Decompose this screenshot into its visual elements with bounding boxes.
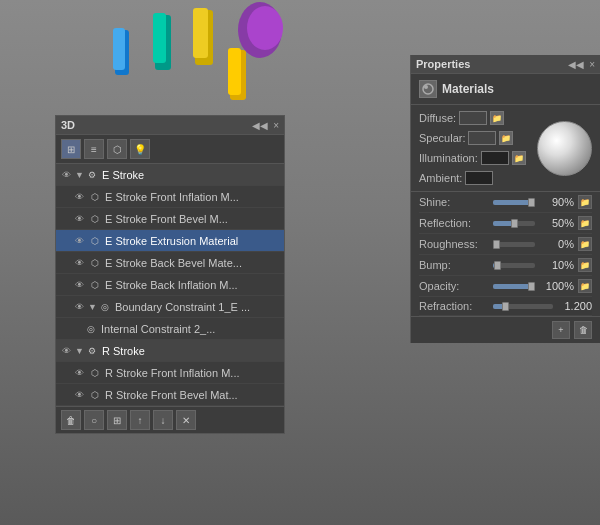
illumination-swatch[interactable] xyxy=(481,151,509,165)
toolbar-grid-icon[interactable]: ⊞ xyxy=(61,139,81,159)
panel-3d-close-btn[interactable]: × xyxy=(273,120,279,131)
layer-item[interactable]: 👁 ⬡ E Stroke Back Inflation M... xyxy=(56,274,284,296)
toolbar-light-icon[interactable]: 💡 xyxy=(130,139,150,159)
properties-add-icon[interactable]: + xyxy=(552,321,570,339)
eye-icon[interactable]: 👁 xyxy=(72,278,86,292)
properties-delete-icon[interactable]: 🗑 xyxy=(574,321,592,339)
eye-icon[interactable]: 👁 xyxy=(72,300,86,314)
materials-icon xyxy=(419,80,437,98)
reflection-folder-btn[interactable]: 📁 xyxy=(578,216,592,230)
bump-slider[interactable] xyxy=(493,263,535,268)
specular-label: Specular: xyxy=(419,132,465,144)
material-type-icon: ⬡ xyxy=(88,388,102,402)
eye-icon[interactable]: 👁 xyxy=(72,256,86,270)
eye-icon[interactable]: 👁 xyxy=(59,344,73,358)
ambient-swatch[interactable] xyxy=(465,171,493,185)
reflection-row: Reflection: 50% 📁 xyxy=(419,213,592,234)
reflection-value: 50% xyxy=(539,217,574,229)
reflection-label: Reflection: xyxy=(419,217,489,229)
layer-name: Internal Constraint 2_... xyxy=(101,323,281,335)
property-sliders-section: Shine: 90% 📁 Reflection: 50% 📁 xyxy=(411,192,600,316)
expand-arrow[interactable]: ▼ xyxy=(88,302,98,312)
materials-title: Materials xyxy=(442,82,494,96)
properties-header: Properties ◀◀ × xyxy=(411,55,600,74)
diffuse-swatch[interactable] xyxy=(459,111,487,125)
layer-name: E Stroke Front Bevel M... xyxy=(105,213,281,225)
svg-point-1 xyxy=(247,6,283,50)
layer-item[interactable]: 👁 ⬡ E Stroke Front Inflation M... xyxy=(56,186,284,208)
expand-arrow[interactable]: ▼ xyxy=(75,346,85,356)
layer-name: E Stroke Front Inflation M... xyxy=(105,191,281,203)
grid2-icon[interactable]: ⊞ xyxy=(107,410,127,430)
panel-3d-header-controls: ◀◀ × xyxy=(252,120,279,131)
diffuse-folder-btn[interactable]: 📁 xyxy=(490,111,504,125)
bump-folder-btn[interactable]: 📁 xyxy=(578,258,592,272)
3d-letters-decoration xyxy=(0,0,300,120)
layer-item[interactable]: 👁 ⬡ E Stroke Extrusion Material xyxy=(56,230,284,252)
layer-item[interactable]: 👁 ⬡ E Stroke Back Bevel Mate... xyxy=(56,252,284,274)
svg-point-11 xyxy=(424,85,428,89)
roughness-label: Roughness: xyxy=(419,238,489,250)
layer-name: E Stroke Extrusion Material xyxy=(105,235,281,247)
illumination-folder-btn[interactable]: 📁 xyxy=(512,151,526,165)
expand-arrow[interactable]: ▼ xyxy=(75,170,85,180)
eye-icon[interactable]: 👁 xyxy=(72,388,86,402)
arrow-down-icon[interactable]: ↓ xyxy=(153,410,173,430)
bump-label: Bump: xyxy=(419,259,489,271)
delete-icon[interactable]: ✕ xyxy=(176,410,196,430)
properties-title: Properties xyxy=(416,58,470,70)
bump-value: 10% xyxy=(539,259,574,271)
svg-rect-5 xyxy=(153,13,166,63)
eye-icon[interactable]: 👁 xyxy=(72,366,86,380)
layer-item[interactable]: ◎ Internal Constraint 2_... xyxy=(56,318,284,340)
bump-row: Bump: 10% 📁 xyxy=(419,255,592,276)
panel-3d-header: 3D ◀◀ × xyxy=(56,116,284,135)
material-sphere-preview xyxy=(537,121,592,176)
illumination-label: Illumination: xyxy=(419,152,478,164)
layer-list: 👁 ▼ ⚙ E Stroke 👁 ⬡ E Stroke Front Inflat… xyxy=(56,164,284,406)
roughness-value: 0% xyxy=(539,238,574,250)
shine-row: Shine: 90% 📁 xyxy=(419,192,592,213)
properties-collapse-btn[interactable]: ◀◀ xyxy=(568,59,584,70)
refraction-slider[interactable] xyxy=(493,304,553,309)
eye-icon[interactable]: 👁 xyxy=(59,168,73,182)
diffuse-row: Diffuse: 📁 xyxy=(419,110,526,126)
constraint-type-icon: ◎ xyxy=(98,300,112,314)
toolbar-table-icon[interactable]: ≡ xyxy=(84,139,104,159)
layer-name: E Stroke xyxy=(102,169,281,181)
ambient-row: Ambient: xyxy=(419,170,526,186)
toolbar-filter-icon[interactable]: ⬡ xyxy=(107,139,127,159)
panel-3d: 3D ◀◀ × ⊞ ≡ ⬡ 💡 👁 ▼ ⚙ E Stroke 👁 ⬡ E Str… xyxy=(55,115,285,434)
panel-3d-collapse-btn[interactable]: ◀◀ xyxy=(252,120,268,131)
layer-name: E Stroke Back Bevel Mate... xyxy=(105,257,281,269)
material-type-icon: ⬡ xyxy=(88,234,102,248)
eye-icon[interactable]: 👁 xyxy=(72,212,86,226)
layer-item[interactable]: 👁 ⬡ E Stroke Front Bevel M... xyxy=(56,208,284,230)
svg-rect-7 xyxy=(113,28,125,70)
diffuse-label: Diffuse: xyxy=(419,112,456,124)
material-type-icon: ⬡ xyxy=(88,366,102,380)
trash-icon[interactable]: 🗑 xyxy=(61,410,81,430)
shine-slider[interactable] xyxy=(493,200,535,205)
opacity-row: Opacity: 100% 📁 xyxy=(419,276,592,297)
layer-item[interactable]: 👁 ▼ ⚙ R Stroke xyxy=(56,340,284,362)
eye-icon[interactable]: 👁 xyxy=(72,190,86,204)
shine-folder-btn[interactable]: 📁 xyxy=(578,195,592,209)
opacity-folder-btn[interactable]: 📁 xyxy=(578,279,592,293)
layer-item[interactable]: 👁 ⬡ R Stroke Front Inflation M... xyxy=(56,362,284,384)
specular-swatch[interactable] xyxy=(468,131,496,145)
opacity-slider[interactable] xyxy=(493,284,535,289)
layer-item[interactable]: 👁 ▼ ⚙ E Stroke xyxy=(56,164,284,186)
layer-item[interactable]: 👁 ⬡ R Stroke Front Bevel Mat... xyxy=(56,384,284,406)
specular-folder-btn[interactable]: 📁 xyxy=(499,131,513,145)
roughness-folder-btn[interactable]: 📁 xyxy=(578,237,592,251)
properties-close-btn[interactable]: × xyxy=(589,59,595,70)
circle-icon[interactable]: ○ xyxy=(84,410,104,430)
eye-icon[interactable]: 👁 xyxy=(72,234,86,248)
layer-item[interactable]: 👁 ▼ ◎ Boundary Constraint 1_E ... xyxy=(56,296,284,318)
arrow-up-icon[interactable]: ↑ xyxy=(130,410,150,430)
roughness-slider[interactable] xyxy=(493,242,535,247)
layer-name: R Stroke Front Bevel Mat... xyxy=(105,389,281,401)
layer-name: R Stroke Front Inflation M... xyxy=(105,367,281,379)
reflection-slider[interactable] xyxy=(493,221,535,226)
